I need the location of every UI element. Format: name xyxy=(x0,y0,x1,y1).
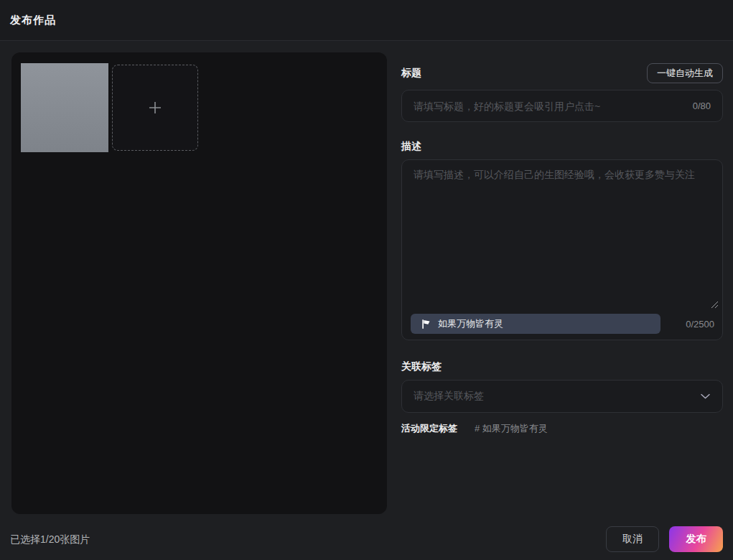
cancel-button[interactable]: 取消 xyxy=(606,526,659,552)
related-tags-dropdown[interactable]: 请选择关联标签 xyxy=(401,380,723,413)
selected-count-text: 已选择1/20张图片 xyxy=(10,533,90,546)
title-label: 标题 xyxy=(401,67,421,80)
activity-tag-chip[interactable]: 如果万物皆有灵 xyxy=(411,314,660,334)
selected-image-thumbnail[interactable] xyxy=(21,63,108,152)
related-tags-placeholder: 请选择关联标签 xyxy=(414,390,484,403)
chevron-down-icon xyxy=(700,393,711,400)
page-title: 发布作品 xyxy=(10,14,56,27)
description-char-counter: 0/2500 xyxy=(686,319,714,330)
description-textarea[interactable] xyxy=(402,160,722,294)
description-footer-row: 如果万物皆有灵 0/2500 xyxy=(411,314,714,334)
title-input[interactable] xyxy=(414,101,684,112)
title-input-box: 0/80 xyxy=(401,90,723,122)
flag-icon xyxy=(421,319,431,330)
description-input-box: 如果万物皆有灵 0/2500 xyxy=(401,159,723,340)
activity-tag-value: # 如果万物皆有灵 xyxy=(475,422,548,435)
title-char-counter: 0/80 xyxy=(693,101,711,111)
plus-icon xyxy=(146,99,164,116)
add-image-button[interactable] xyxy=(112,65,198,151)
dialog-header: 发布作品 xyxy=(0,0,733,41)
resize-handle-icon[interactable] xyxy=(711,301,719,309)
activity-tag-row: 活动限定标签 # 如果万物皆有灵 xyxy=(401,422,723,435)
publish-dialog: 发布作品 标题 一键自动生成 0/80 描述 xyxy=(0,0,733,560)
image-gallery-panel xyxy=(11,52,387,514)
related-tags-label: 关联标签 xyxy=(401,360,442,373)
auto-generate-button[interactable]: 一键自动生成 xyxy=(647,63,723,83)
tag-chip-label: 如果万物皆有灵 xyxy=(438,317,503,330)
description-label: 描述 xyxy=(401,140,421,153)
publish-button[interactable]: 发布 xyxy=(669,526,723,552)
activity-tag-label: 活动限定标签 xyxy=(401,422,457,435)
title-field-header: 标题 一键自动生成 xyxy=(401,63,723,83)
